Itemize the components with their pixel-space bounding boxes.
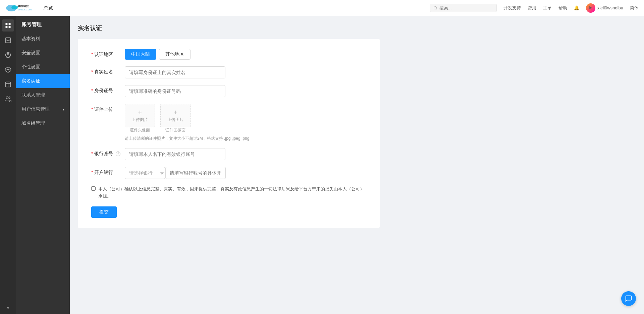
upload-hint: 请上传清晰的证件照片，文件大小不超过2M，格式支持 .jpg .jpeg .pn…	[125, 136, 366, 141]
users-icon	[5, 96, 11, 103]
chevron-down-icon: ▾	[63, 108, 64, 111]
avatar-inner: Ie	[586, 3, 595, 13]
svg-rect-7	[9, 23, 11, 25]
user-circle-icon	[5, 52, 11, 58]
realname-row: *真实姓名	[91, 66, 366, 78]
sidebar-item-security[interactable]: 安全设置	[16, 46, 70, 60]
chat-icon	[625, 295, 632, 302]
inbox-icon	[5, 37, 11, 44]
form-card: *认证地区 中国大陆 其他地区 *真实姓名 *身份证号	[78, 39, 380, 228]
upload-front-caption: 证件头像面	[125, 127, 155, 133]
realname-content	[125, 66, 366, 78]
notification-bell[interactable]: 🔔	[574, 5, 579, 10]
page-title: 实名认证	[78, 24, 636, 32]
bank-account-input[interactable]	[125, 148, 225, 160]
ticket-link[interactable]: 工单	[543, 5, 552, 11]
icon-strip-inbox[interactable]	[2, 34, 14, 46]
overview-link[interactable]: 总览	[44, 5, 53, 11]
submit-button[interactable]: 提交	[91, 206, 117, 218]
plus-icon: +	[138, 109, 142, 116]
sidebar-item-label: 实名认证	[21, 78, 40, 84]
bank-select[interactable]: 请选择银行	[125, 167, 165, 179]
agreement-row: 本人（公司）确认以上信息完整、真实、有效，因未提供完整、真实及有效信息产生的一切…	[91, 186, 366, 200]
sidebar-item-contact[interactable]: 联系人管理	[16, 88, 70, 102]
svg-point-4	[434, 6, 436, 9]
plus-icon-2: +	[173, 109, 177, 116]
icon-strip-user[interactable]	[2, 49, 14, 61]
icon-strip-grid[interactable]	[2, 19, 14, 32]
sidebar-item-label: 个性设置	[21, 64, 40, 70]
chat-button[interactable]	[621, 291, 636, 306]
realname-input[interactable]	[125, 66, 225, 78]
open-bank-row: *开户银行 请选择银行 ▾	[91, 167, 366, 179]
dev-support-link[interactable]: 开发支持	[503, 5, 521, 11]
upload-row: *证件上传 + 上传图片 证件头像面 +	[91, 104, 366, 141]
upload-back-caption: 证件国徽面	[160, 127, 191, 133]
icon-strip-cube[interactable]	[2, 64, 14, 76]
icon-strip-users[interactable]	[2, 93, 14, 105]
user-menu[interactable]: Ie xiell0wsneibu	[586, 3, 623, 13]
sidebar-title: 账号管理	[16, 16, 70, 32]
open-bank-content: 请选择银行 ▾	[125, 167, 366, 179]
svg-point-1	[11, 5, 18, 9]
region-mainland-btn[interactable]: 中国大陆	[125, 49, 156, 60]
region-buttons: 中国大陆 其他地区	[125, 49, 366, 60]
upload-front-box[interactable]: + 上传图片	[125, 104, 155, 127]
required-mark: *	[91, 52, 93, 57]
search-icon	[433, 6, 437, 10]
upload-boxes: + 上传图片 证件头像面 + 上传图片 证件国徽面	[125, 104, 366, 133]
topnav: 网宿科技 WANGSU.COM 总览 开发支持 费用 工单 帮助 🔔 Ie xi…	[0, 0, 644, 16]
sidebar-item-basic-profile[interactable]: 基本资料	[16, 32, 70, 46]
main-layout: « 账号管理 基本资料 安全设置 个性设置 实名认证 联系人管理 用户信息管理 …	[0, 16, 644, 314]
sidebar-item-label: 域名组管理	[21, 120, 45, 126]
username-label[interactable]: xiell0wsneibu	[597, 5, 623, 10]
agreement-text: 本人（公司）确认以上信息完整、真实、有效，因未提供完整、真实及有效信息产生的一切…	[98, 186, 366, 200]
search-input[interactable]	[439, 5, 493, 10]
sidebar-item-user-info[interactable]: 用户信息管理 ▾	[16, 102, 70, 116]
bank-branch-input[interactable]	[165, 167, 226, 179]
layout-icon	[5, 81, 11, 88]
upload-front-text: 上传图片	[132, 117, 148, 123]
content-area: 实名认证 *认证地区 中国大陆 其他地区 *真实姓名	[70, 16, 644, 314]
help-link[interactable]: 帮助	[558, 5, 567, 11]
svg-rect-9	[9, 26, 11, 28]
bank-account-row: *银行账号 ?	[91, 148, 366, 160]
sidebar-item-label: 基本资料	[21, 36, 40, 42]
svg-rect-8	[6, 26, 8, 28]
idcard-label: *身份证号	[91, 85, 125, 94]
avatar: Ie	[586, 3, 595, 13]
sidebar-item-label: 用户信息管理	[21, 106, 50, 112]
language-label[interactable]: 简体	[630, 5, 639, 11]
svg-point-17	[6, 97, 8, 99]
sidebar-item-label: 安全设置	[21, 50, 40, 56]
icon-strip: «	[0, 16, 16, 314]
upload-back-text: 上传图片	[167, 117, 183, 123]
upload-back-wrapper: + 上传图片 证件国徽面	[160, 104, 191, 133]
grid-icon	[5, 22, 11, 29]
svg-line-5	[436, 9, 437, 9]
svg-rect-6	[6, 23, 8, 25]
logo[interactable]: 网宿科技 WANGSU.COM	[5, 3, 36, 13]
region-row: *认证地区 中国大陆 其他地区	[91, 49, 366, 60]
icon-strip-collapse[interactable]: «	[7, 305, 9, 310]
sidebar-item-personalization[interactable]: 个性设置	[16, 60, 70, 74]
bank-account-label: *银行账号 ?	[91, 148, 125, 157]
logo-icon: 网宿科技 WANGSU.COM	[5, 3, 36, 13]
upload-label: *证件上传	[91, 104, 125, 113]
svg-point-12	[7, 53, 9, 55]
region-other-btn[interactable]: 其他地区	[159, 49, 191, 60]
fees-link[interactable]: 费用	[528, 5, 536, 11]
region-label: *认证地区	[91, 49, 125, 58]
submit-row: 提交	[91, 206, 366, 218]
sidebar-item-real-name[interactable]: 实名认证	[16, 74, 70, 88]
bank-account-content	[125, 148, 366, 160]
idcard-input[interactable]	[125, 85, 225, 97]
upload-back-box[interactable]: + 上传图片	[160, 104, 191, 127]
icon-strip-grid2[interactable]	[2, 78, 14, 90]
idcard-row: *身份证号	[91, 85, 366, 97]
sidebar-item-domain-group[interactable]: 域名组管理	[16, 116, 70, 130]
upload-content: + 上传图片 证件头像面 + 上传图片 证件国徽面	[125, 104, 366, 141]
bank-info-icon[interactable]: ?	[116, 151, 120, 156]
agreement-checkbox[interactable]	[91, 186, 96, 191]
search-bar[interactable]	[430, 4, 497, 12]
